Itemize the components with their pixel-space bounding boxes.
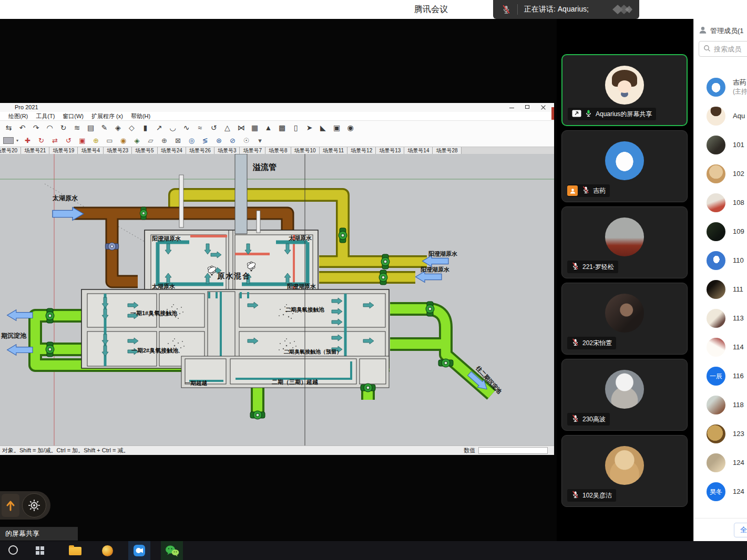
scene-tab[interactable]: 场景号7 [240, 147, 265, 154]
list-item[interactable]: 113 [694, 304, 747, 333]
close-button[interactable] [538, 103, 548, 111]
tool-icon[interactable]: ☉ [242, 137, 251, 144]
scene-tab[interactable]: 场景号19 [49, 147, 78, 154]
scene-tab[interactable]: 场景号14 [404, 147, 433, 154]
scene-tab[interactable]: 场景号26 [186, 147, 214, 154]
tool-icon[interactable]: ▤ [86, 123, 95, 132]
video-tile[interactable]: 221-罗轻松 [561, 206, 688, 278]
model-viewport[interactable]: 溢流管 太湖原水 阳澄湖原水 太湖原水 原水混合 太湖原水 阳澄湖原水 阳澄湖原… [0, 154, 554, 445]
tool-icon[interactable]: ↺ [209, 123, 218, 132]
measurement-input[interactable] [478, 447, 548, 454]
menu-item[interactable]: 帮助(H) [131, 112, 150, 120]
list-item[interactable]: 昊冬 124 [694, 477, 747, 506]
tool-icon[interactable]: ▲ [264, 123, 273, 132]
tool-icon[interactable]: ▭ [105, 137, 114, 144]
list-item[interactable]: 111 [694, 275, 747, 304]
tool-icon[interactable]: ◇ [127, 123, 136, 132]
list-item[interactable]: 吉药 (主持 [694, 72, 747, 101]
tool-icon[interactable]: ∿ [182, 123, 191, 132]
tool-icon[interactable]: ⇆ [4, 123, 13, 132]
task-view-icon[interactable] [36, 546, 44, 555]
video-tile[interactable]: 230高波 [561, 359, 688, 431]
mute-all-button[interactable]: 全体 [734, 523, 747, 537]
tool-icon[interactable]: ✚ [23, 137, 32, 144]
tool-icon[interactable]: ◎ [187, 137, 196, 144]
list-item[interactable]: 一辰 116 [694, 361, 747, 390]
search-input[interactable] [714, 45, 747, 53]
video-tile[interactable]: Aquarius的屏幕共享 [561, 54, 688, 126]
tool-icon[interactable]: ◠ [45, 123, 54, 132]
tool-icon[interactable]: ↺ [64, 137, 73, 144]
list-item[interactable]: 109 [694, 217, 747, 246]
video-tile[interactable]: 102吴彦洁 [561, 435, 688, 507]
video-tile[interactable]: 吉药 [561, 130, 688, 202]
model-3d-view[interactable]: 溢流管 太湖原水 阳澄湖原水 太湖原水 原水混合 太湖原水 阳澄湖原水 阳澄湖原… [0, 154, 554, 445]
tool-icon[interactable]: ◣ [319, 123, 328, 132]
tool-icon[interactable]: ↗ [155, 123, 163, 132]
scene-tab[interactable]: 场景号21 [21, 147, 49, 154]
tool-icon[interactable]: ▦ [250, 123, 259, 132]
tool-icon[interactable]: ↻ [37, 137, 46, 144]
tool-icon[interactable]: ▩ [278, 123, 286, 132]
tool-icon[interactable]: ⋈ [237, 123, 245, 132]
file-explorer-icon[interactable] [69, 547, 81, 555]
tool-icon[interactable]: ◡ [168, 123, 177, 132]
tool-icon[interactable]: △ [223, 123, 232, 132]
tool-icon[interactable]: ✎ [100, 123, 109, 132]
scene-tab[interactable]: 场景号5 [132, 147, 158, 154]
scene-tab[interactable]: 场景号8 [265, 147, 291, 154]
wechat-taskbar-icon[interactable] [161, 541, 183, 560]
tool-icon[interactable]: ▣ [332, 123, 341, 132]
share-arrow-button[interactable] [2, 494, 19, 517]
tool-icon[interactable]: ◉ [119, 137, 128, 144]
tool-icon[interactable]: ≋ [73, 123, 81, 132]
maximize-button[interactable] [523, 103, 532, 111]
scene-tab[interactable]: 场景号28 [433, 147, 461, 154]
list-item[interactable]: 123 [694, 419, 747, 448]
tool-icon[interactable]: ➤ [305, 123, 314, 132]
menu-item[interactable]: 窗口(W) [63, 112, 84, 120]
chevron-down-icon[interactable]: ▾ [16, 138, 18, 143]
video-tile[interactable]: 202宋怡萱 [561, 283, 688, 355]
list-item[interactable]: 110 [694, 246, 747, 275]
tool-icon[interactable]: ≶ [201, 137, 210, 144]
scene-tab[interactable]: 场景号12 [347, 147, 376, 154]
list-item[interactable]: 101 [694, 130, 747, 159]
list-item[interactable]: 114 [694, 333, 747, 361]
tool-icon[interactable]: ◈ [114, 123, 122, 132]
tool-icon[interactable]: ◉ [346, 123, 355, 132]
scene-tab[interactable]: 场景号11 [320, 147, 347, 154]
tool-icon[interactable]: ▯ [291, 123, 300, 132]
menu-item[interactable]: 工具(T) [36, 112, 55, 120]
minimize-button[interactable] [507, 103, 516, 111]
menu-item[interactable]: 扩展程序 (x) [91, 112, 123, 120]
tool-icon[interactable]: ⊕ [160, 137, 169, 144]
list-item[interactable]: 124 [694, 448, 747, 477]
browser-icon[interactable] [102, 545, 113, 556]
tool-icon[interactable]: ⊠ [173, 137, 182, 144]
scene-tab[interactable]: 场景号13 [376, 147, 404, 154]
sketchup-titlebar[interactable]: Pro 2021 [0, 103, 554, 112]
tool-icon[interactable]: ↷ [32, 123, 40, 132]
list-item[interactable]: 118 [694, 390, 747, 419]
scene-tab[interactable]: 场景号10 [291, 147, 320, 154]
list-item[interactable]: 102 [694, 159, 747, 188]
search-circle-icon[interactable] [8, 545, 18, 555]
tool-icon[interactable]: ▾ [255, 137, 264, 144]
scene-tab[interactable]: 场景号20 [0, 147, 21, 154]
tool-icon[interactable]: ↻ [59, 123, 68, 132]
scene-tab[interactable]: 场景号4 [78, 147, 104, 154]
tool-icon[interactable]: ≈ [196, 123, 204, 132]
scene-tab[interactable]: 场景号3 [214, 147, 240, 154]
tool-icon[interactable]: ▣ [78, 137, 87, 144]
tool-icon[interactable]: ◈ [132, 137, 141, 144]
menu-item[interactable]: 绘图(R) [8, 112, 28, 120]
tool-icon[interactable]: ⊛ [214, 137, 223, 144]
list-item[interactable]: 108 [694, 188, 747, 217]
tool-icon[interactable]: ⊕ [91, 137, 100, 144]
material-swatch[interactable] [3, 137, 14, 144]
scene-tab[interactable]: 场景号23 [104, 147, 132, 154]
tool-icon[interactable]: ↶ [18, 123, 27, 132]
search-box[interactable] [699, 41, 747, 57]
tencent-meeting-taskbar-icon[interactable] [128, 541, 150, 560]
